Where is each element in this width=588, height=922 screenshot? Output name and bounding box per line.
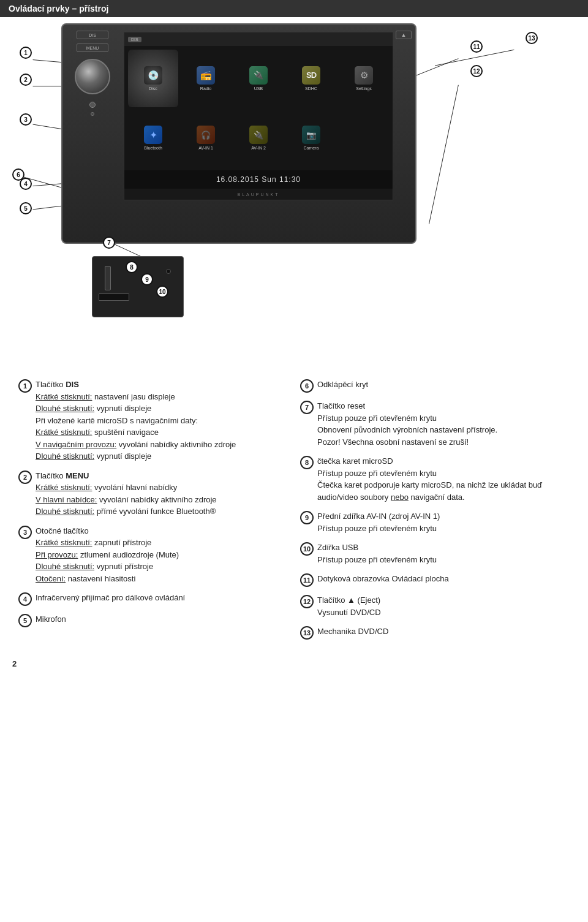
camera-icon: 📷 bbox=[302, 126, 320, 144]
desc-num-8: 8 bbox=[300, 456, 314, 469]
desc-num-3: 3 bbox=[18, 526, 32, 539]
desc-num-5: 5 bbox=[18, 614, 32, 627]
device-body: DIS MENU DIS 💿 bbox=[61, 23, 417, 244]
ir-receiver bbox=[89, 102, 96, 108]
desc-num-12: 12 bbox=[300, 595, 314, 608]
desc-left-col: 1 Tlačítko DIS Krátké stisknutí: nastave… bbox=[12, 379, 294, 647]
screen-icon-radio[interactable]: 📻 Radio bbox=[181, 50, 231, 107]
desc-item-1: 1 Tlačítko DIS Krátké stisknutí: nastave… bbox=[18, 379, 288, 463]
desc-item-11: 11 Dotyková obrazovka Ovládací plocha bbox=[300, 573, 570, 587]
usb-slot[interactable] bbox=[105, 266, 111, 290]
ann-1: 1 bbox=[20, 47, 32, 59]
desc-item-9: 9 Přední zdířka AV-IN (zdroj AV-IN 1) Př… bbox=[300, 510, 570, 534]
screen-icon-empty bbox=[339, 110, 389, 167]
desc-num-4: 4 bbox=[18, 592, 32, 606]
screen-datetime: 16.08.2015 Sun 11:30 bbox=[124, 170, 393, 189]
desc-item-13: 13 Mechanika DVD/CD bbox=[300, 625, 570, 640]
page-number: 2 bbox=[12, 659, 576, 668]
desc-item-4: 4 Infračervený přijímač pro dálkové ovlá… bbox=[18, 592, 288, 606]
desc-num-1: 1 bbox=[18, 379, 32, 393]
screen-icon-avin2[interactable]: 🔌 AV-IN 2 bbox=[233, 110, 284, 167]
descriptions-section: 1 Tlačítko DIS Krátké stisknutí: nastave… bbox=[12, 379, 576, 647]
desc-num-7: 7 bbox=[300, 401, 314, 414]
dis-screen-btn: DIS bbox=[128, 37, 141, 42]
desc-item-12: 12 Tlačítko ▲ (Eject) Vysunutí DVD/CD bbox=[300, 594, 570, 618]
usb-card-panel bbox=[92, 256, 184, 317]
screen-icon-usb[interactable]: 🔌 USB bbox=[233, 50, 284, 107]
ann-9: 9 bbox=[141, 273, 153, 285]
desc-num-9: 9 bbox=[300, 511, 314, 524]
device-right-panel: ▲ bbox=[394, 31, 413, 39]
ann-6: 6 bbox=[12, 168, 24, 181]
radio-icon: 📻 bbox=[197, 66, 215, 85]
page-title: Ovládací prvky – přístroj bbox=[0, 0, 588, 17]
device-screen[interactable]: DIS 💿 Disc 📻 Radio 🔌 bbox=[124, 32, 393, 200]
desc-num-13: 13 bbox=[300, 626, 314, 640]
screen-brand: BLAUPUNKT bbox=[124, 189, 393, 200]
svg-line-9 bbox=[429, 85, 458, 224]
ann-8: 8 bbox=[126, 261, 138, 273]
ann-5: 5 bbox=[20, 202, 32, 214]
avin1-icon: 🎧 bbox=[197, 126, 215, 144]
screen-topbar: DIS bbox=[124, 32, 393, 46]
ann-2: 2 bbox=[20, 74, 32, 86]
device-left-panel: DIS MENU bbox=[66, 31, 119, 116]
desc-num-2: 2 bbox=[18, 470, 32, 484]
ann-10: 10 bbox=[156, 285, 168, 298]
desc-item-7: 7 Tlačítko reset Přístup pouze při otevř… bbox=[300, 400, 570, 448]
desc-num-11: 11 bbox=[300, 573, 314, 587]
screen-icon-camera[interactable]: 📷 Camera bbox=[286, 110, 336, 167]
desc-item-5: 5 Mikrofon bbox=[18, 613, 288, 627]
screen-icon-settings[interactable]: ⚙ Settings bbox=[339, 50, 389, 107]
usb-icon: 🔌 bbox=[249, 66, 268, 85]
ann-13: 13 bbox=[526, 32, 538, 44]
screen-icon-disc[interactable]: 💿 Disc bbox=[128, 50, 178, 107]
screen-icon-bluetooth[interactable]: ✦ Bluetooth bbox=[128, 110, 178, 167]
microphone bbox=[91, 112, 94, 116]
screen-icon-avin1[interactable]: 🎧 AV-IN 1 bbox=[181, 110, 231, 167]
desc-item-3: 3 Otočné tlačítko Krátké stisknutí: zapn… bbox=[18, 525, 288, 585]
sdhc-icon: SD bbox=[302, 66, 320, 85]
desc-num-6: 6 bbox=[300, 379, 314, 393]
svg-line-8 bbox=[412, 59, 459, 78]
menu-button[interactable]: MENU bbox=[77, 43, 108, 52]
device-diagram: DIS MENU DIS 💿 bbox=[12, 23, 576, 366]
ann-3: 3 bbox=[20, 113, 32, 126]
reset-button[interactable] bbox=[166, 269, 171, 274]
card-slot[interactable] bbox=[99, 293, 129, 301]
desc-item-6: 6 Odklápěcí kryt bbox=[300, 379, 570, 393]
desc-item-8: 8 čtečka karet microSD Přístup pouze při… bbox=[300, 455, 570, 503]
desc-item-10: 10 Zdířka USB Přístup pouze při otevřené… bbox=[300, 542, 570, 565]
settings-icon: ⚙ bbox=[355, 66, 373, 85]
bluetooth-icon: ✦ bbox=[144, 126, 162, 144]
volume-knob[interactable] bbox=[75, 59, 110, 94]
desc-right-col: 6 Odklápěcí kryt 7 Tlačítko reset Přístu… bbox=[294, 379, 576, 647]
ann-11: 11 bbox=[470, 40, 483, 53]
avin2-icon: 🔌 bbox=[249, 126, 268, 144]
dis-button[interactable]: DIS bbox=[77, 31, 108, 39]
desc-item-2: 2 Tlačítko MENU Krátké stisknutí: vyvolá… bbox=[18, 470, 288, 518]
screen-icon-grid[interactable]: 💿 Disc 📻 Radio 🔌 USB SD bbox=[124, 46, 393, 170]
screen-icon-sdhc[interactable]: SD SDHC bbox=[286, 50, 336, 107]
desc-num-10: 10 bbox=[300, 542, 314, 556]
ann-7: 7 bbox=[103, 236, 115, 249]
eject-button[interactable]: ▲ bbox=[396, 31, 412, 39]
ann-12: 12 bbox=[470, 65, 483, 77]
disc-icon: 💿 bbox=[144, 66, 162, 85]
